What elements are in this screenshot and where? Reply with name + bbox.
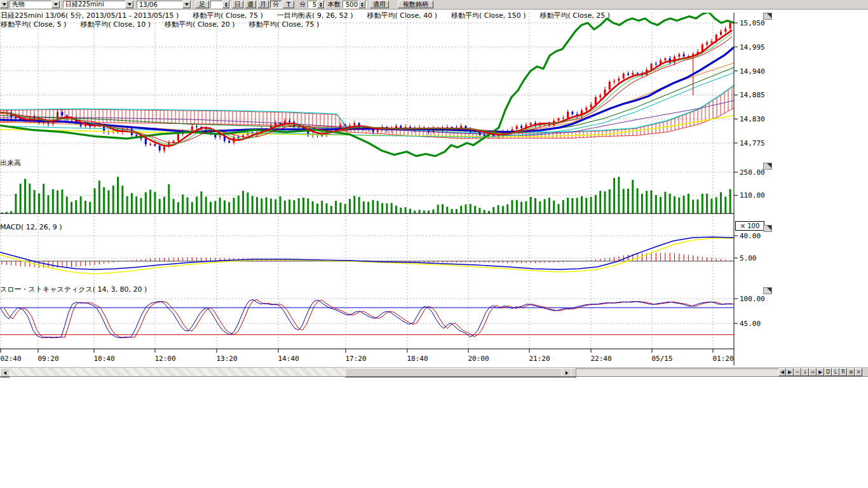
mini-button[interactable]: −: [794, 368, 801, 376]
candle-body: [567, 112, 569, 118]
leftmost-dropdown-button[interactable]: [0, 1, 8, 8]
time-label: 09:20: [37, 355, 58, 363]
mini-button[interactable]: =: [809, 368, 817, 376]
series-lagging_span: [0, 12, 734, 156]
bar-type-field[interactable]: [210, 1, 231, 8]
candle-body: [530, 123, 532, 125]
mini-button[interactable]: ▶: [817, 368, 824, 376]
volume-bar: [367, 202, 369, 214]
volume-bar: [353, 196, 355, 214]
spinner-icon[interactable]: [317, 1, 324, 8]
candle-body: [61, 112, 63, 115]
axis-label: 14,995: [740, 43, 765, 51]
tick-button[interactable]: T: [283, 1, 294, 8]
volume-bar: [117, 177, 119, 214]
weekly-button[interactable]: 週: [245, 1, 256, 8]
apply-button[interactable]: 適用: [370, 1, 389, 8]
volume-bar: [228, 202, 230, 214]
volume-bar: [702, 194, 703, 214]
mini-button[interactable]: L: [832, 368, 839, 376]
volume-bar: [562, 200, 564, 214]
volume-bar: [238, 196, 240, 214]
volume-bar: [214, 201, 216, 214]
volume-bar: [474, 206, 476, 214]
volume-bar: [307, 198, 309, 214]
candle-body: [159, 146, 161, 150]
candle-body: [173, 141, 175, 143]
volume-bar: [409, 209, 411, 214]
monthly-button[interactable]: 月: [257, 1, 269, 8]
chart-canvas[interactable]: 15,05014,99514,94014,88514,83014,775250.…: [0, 10, 868, 376]
candle-body: [349, 125, 351, 126]
bottom-scrollbar-row: ◀▶−↓=▶DLR⊕×: [0, 367, 868, 377]
volume-bar: [674, 196, 675, 214]
scrollbar-track[interactable]: [9, 368, 345, 376]
mini-button[interactable]: ↓: [801, 368, 809, 376]
legend-item: 一目均衡表( 9, 26, 52 ): [277, 11, 353, 20]
mini-button[interactable]: D: [824, 368, 832, 376]
volume-bar: [163, 197, 165, 214]
legend-item: 移動平均( Close, 75 ): [249, 20, 320, 29]
instrument-select[interactable]: 日経225mini: [63, 1, 134, 8]
candle-body: [520, 126, 522, 128]
candle-body: [706, 43, 708, 44]
volume-bar: [210, 202, 212, 214]
mini-button[interactable]: ×: [855, 368, 862, 376]
volume-bar: [280, 196, 281, 214]
chevron-down-icon[interactable]: [182, 1, 191, 8]
spinner-icon[interactable]: [358, 1, 365, 8]
mini-button[interactable]: ⊕: [847, 368, 855, 376]
candle-body: [558, 118, 560, 121]
multi-symbol-button[interactable]: 複数銘柄: [398, 1, 433, 8]
volume-bar: [330, 206, 332, 214]
bars-input[interactable]: 500: [342, 1, 367, 8]
volume-bar: [10, 211, 12, 214]
candle-body: [238, 137, 240, 137]
volume-bar: [284, 201, 286, 214]
toolbar: 先物 日経225mini 13/06 足 日 週 月 分 T 分 5 本数 50…: [0, 0, 868, 10]
volume-bar: [590, 197, 592, 214]
volume-bar: [288, 200, 290, 214]
series-ma25: [0, 48, 734, 132]
legend-item: 移動平均( Close, 40 ): [367, 11, 437, 20]
volume-panel-menu-button[interactable]: [763, 163, 772, 170]
volume-bar: [363, 201, 365, 214]
price-panel-menu-button[interactable]: [763, 13, 772, 20]
instrument-type-select[interactable]: 先物: [10, 1, 60, 8]
mini-button[interactable]: ◀: [778, 368, 786, 376]
chevron-down-icon[interactable]: [125, 1, 133, 8]
candle-body: [344, 125, 346, 126]
minutes-input[interactable]: 5: [308, 1, 325, 8]
candle-body: [562, 118, 564, 119]
legend-row-1: 日経225mini 13/06( 5分, 2013/05/11 - 2013/0…: [1, 11, 624, 20]
minute-button[interactable]: 分: [270, 1, 281, 8]
volume-bar: [168, 184, 170, 214]
axis-label: 40.00: [740, 232, 761, 240]
axis-label: 5.00: [740, 254, 757, 262]
legend-item: 移動平均( Close, 10 ): [81, 20, 151, 29]
volume-bar: [98, 180, 100, 214]
spinner-icon[interactable]: [222, 1, 229, 8]
volume-bar: [456, 209, 458, 214]
legend-item: 移動平均( Close, 75 ): [193, 11, 263, 20]
chevron-down-icon[interactable]: [51, 1, 60, 8]
axis-label: 14,940: [740, 67, 765, 76]
candle-body: [595, 97, 597, 104]
axis-label: 14,775: [740, 139, 765, 147]
daily-button[interactable]: 日: [232, 1, 243, 8]
candle-body: [409, 127, 411, 128]
contract-month-select[interactable]: 13/06: [137, 1, 191, 8]
bar-type-button[interactable]: 足: [195, 1, 209, 8]
legend-item: 移動平均( Close, 150 ): [451, 11, 526, 20]
volume-bar: [604, 191, 606, 214]
candle-body: [664, 58, 666, 60]
mini-button[interactable]: ▶: [786, 368, 794, 376]
volume-bar: [498, 205, 499, 214]
mini-button[interactable]: R: [839, 368, 847, 376]
volume-bar: [539, 201, 541, 214]
minutes-value: 5: [313, 1, 316, 8]
candle-body: [321, 135, 323, 136]
macd-panel-menu-button[interactable]: [763, 225, 772, 232]
stoch-panel-menu-button[interactable]: [763, 287, 772, 294]
macd-panel-label: MACD( 12, 26, 9 ): [0, 223, 62, 231]
